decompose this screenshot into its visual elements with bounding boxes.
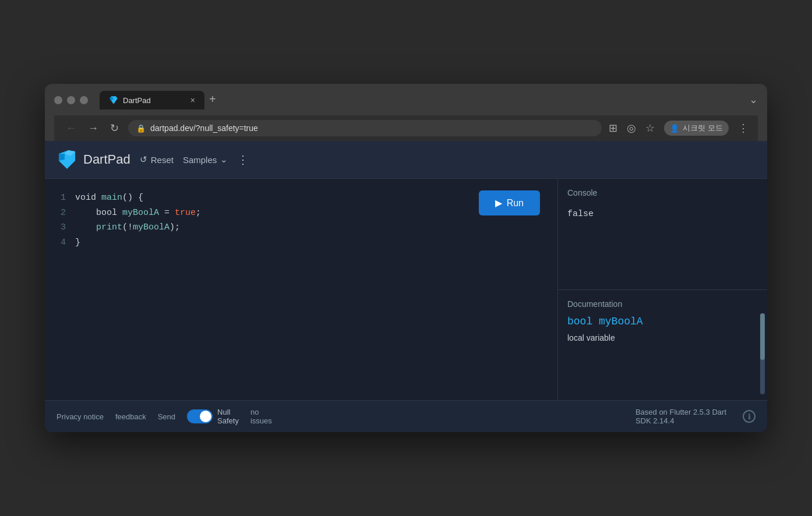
traffic-light-minimize[interactable] [67,96,75,104]
dartpad-logo: DartPad [57,149,130,170]
console-panel: Console false [558,179,767,290]
back-button[interactable]: ← [63,121,79,136]
null-safety-toggle[interactable]: NullSafety [187,408,239,425]
code-text: print(!myBoolA); [75,220,180,235]
active-tab[interactable]: DartPad × [100,91,204,109]
reload-button[interactable]: ↻ [108,121,121,136]
bookmark-icon[interactable]: ☆ [645,122,655,135]
reset-label: Reset [151,155,174,165]
address-bar[interactable]: 🔒 dartpad.dev/?null_safety=true [128,120,602,136]
toggle-knob [200,411,211,422]
send-label: Send [158,412,175,421]
traffic-light-maximize[interactable] [80,96,88,104]
docs-scrollbar[interactable] [760,313,765,395]
code-text: } [75,235,80,250]
feedback-link[interactable]: feedback [115,412,146,421]
dart-logo-icon [57,149,77,170]
docs-symbol: bool myBoolA [567,316,758,327]
line-number: 3 [57,220,66,235]
code-line-2: 2 bool myBoolA = true; [57,206,546,221]
console-label: Console [567,188,758,197]
console-output: false [567,204,758,224]
run-button[interactable]: ▶ Run [479,190,540,215]
feedback-label: feedback [115,412,146,421]
tab-bar: DartPad × + ⌄ [100,91,758,109]
code-text: void main() { [75,190,143,206]
privacy-label: Privacy notice [57,412,104,421]
samples-label: Samples [183,155,217,165]
code-text: bool myBoolA = true; [75,206,201,221]
translate-icon[interactable]: ⊞ [609,122,617,135]
forward-button[interactable]: → [86,121,101,136]
tab-title: DartPad [123,96,151,105]
browser-window: DartPad × + ⌄ ← → ↻ 🔒 dartpad.dev/?null_… [45,84,767,432]
line-number: 2 [57,206,66,221]
line-number: 4 [57,235,66,250]
docs-description: local variable [567,333,758,342]
tab-close-button[interactable]: × [190,96,195,105]
dartpad-app-title: DartPad [83,152,130,167]
code-line-3: 3 print(!myBoolA); [57,220,546,235]
toggle-switch[interactable] [187,409,213,423]
info-icon: ℹ [748,412,751,421]
sdk-info: Based on Flutter 2.5.3 DartSDK 2.14.4 [636,408,726,425]
dartpad-header: DartPad ↺ Reset Samples ⌄ ⋮ [45,141,767,179]
privacy-notice-link[interactable]: Privacy notice [57,412,104,421]
code-line-4: 4 } [57,235,546,250]
dartpad-main: 1 void main() { 2 bool myBoolA = true; 3 [45,179,767,400]
code-panel[interactable]: 1 void main() { 2 bool myBoolA = true; 3 [45,179,557,400]
samples-button[interactable]: Samples ⌄ [183,154,228,165]
secret-mode-button[interactable]: 👤 시크릿 모드 [664,121,729,136]
new-tab-button[interactable]: + [204,93,221,106]
traffic-lights [54,96,88,104]
docs-scrollthumb[interactable] [760,313,765,360]
run-play-icon: ▶ [495,197,502,208]
send-link[interactable]: Send [158,412,175,421]
reset-icon: ↺ [140,154,147,165]
samples-chevron-icon: ⌄ [220,154,228,165]
issues-label: noissues [250,408,272,425]
docs-panel: Documentation bool myBoolA local variabl… [558,290,767,401]
browser-titlebar: DartPad × + ⌄ ← → ↻ 🔒 dartpad.dev/?null_… [45,84,767,141]
right-panels: Console false Documentation bool myBoolA… [557,179,767,400]
code-line-1: 1 void main() { [57,190,546,206]
svg-marker-3 [59,154,65,161]
secret-mode-label: 시크릿 모드 [683,123,723,133]
lock-icon: 🔒 [136,124,146,133]
camera-icon[interactable]: ◎ [627,122,636,135]
dartpad-app: DartPad ↺ Reset Samples ⌄ ⋮ 1 void [45,141,767,432]
traffic-light-close[interactable] [54,96,62,104]
address-bar-row: ← → ↻ 🔒 dartpad.dev/?null_safety=true ⊞ … [54,115,758,141]
url-text: dartpad.dev/?null_safety=true [150,123,258,133]
reset-button[interactable]: ↺ Reset [140,154,174,165]
line-number: 1 [57,190,66,206]
run-label: Run [507,198,524,208]
browser-toolbar-icons: ⊞ ◎ ☆ 👤 시크릿 모드 ⋮ [609,121,749,136]
more-options-button[interactable]: ⋮ [237,153,249,167]
info-button[interactable]: ℹ [743,410,755,423]
secret-mode-icon: 👤 [670,124,679,133]
tab-favicon-icon [109,96,118,105]
browser-menu-button[interactable]: ⋮ [738,122,749,135]
dartpad-footer: Privacy notice feedback Send NullSafety … [45,400,767,432]
docs-label: Documentation [567,299,758,309]
titlebar-top: DartPad × + ⌄ [54,91,758,109]
tab-overflow-button[interactable]: ⌄ [749,93,758,106]
null-safety-label: NullSafety [217,408,239,425]
